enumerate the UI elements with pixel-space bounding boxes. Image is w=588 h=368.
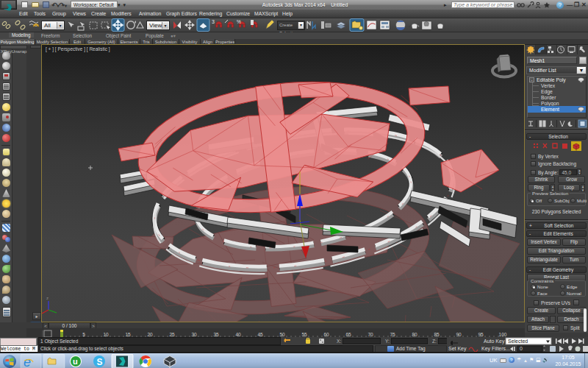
- svg-text:Auto Key: Auto Key: [484, 339, 505, 344]
- svg-text:z: z: [46, 296, 49, 300]
- svg-text:Key Filters...: Key Filters...: [481, 346, 510, 352]
- svg-text:0: 0: [520, 346, 523, 351]
- svg-text:%: %: [237, 19, 241, 24]
- svg-text:Selected: Selected: [508, 339, 528, 344]
- svg-text:Set Key: Set Key: [448, 346, 467, 352]
- svg-text:S: S: [97, 357, 103, 367]
- svg-text:e: e: [24, 355, 31, 368]
- svg-text:3: 3: [212, 19, 215, 24]
- svg-text:u: u: [73, 357, 78, 366]
